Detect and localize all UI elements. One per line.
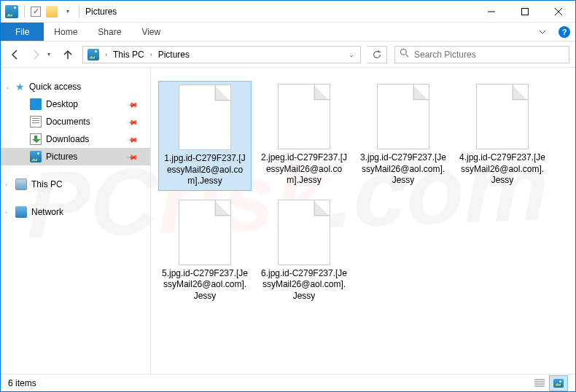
svg-line-6: [406, 54, 409, 57]
item-count: 6 items: [8, 378, 36, 388]
qat-customize[interactable]: ▾: [60, 4, 76, 20]
pictures-icon: [30, 151, 42, 162]
view-details-button[interactable]: [530, 375, 549, 391]
file-name: 1.jpg.id-C279F237.[JessyMail26@aol.com].…: [162, 153, 248, 187]
file-item[interactable]: 2.jpeg.id-C279F237.[JessyMail26@aol.com]…: [257, 81, 351, 191]
breadcrumb-dropdown[interactable]: ⌄: [344, 51, 359, 58]
ribbon-expand[interactable]: [532, 23, 553, 41]
file-name: 2.jpeg.id-C279F237.[JessyMail26@aol.com]…: [260, 152, 348, 187]
chevron-right-icon[interactable]: ›: [5, 209, 7, 216]
qat-new-folder[interactable]: [44, 4, 60, 20]
pc-icon: [15, 179, 27, 190]
ribbon: File Home Share View ?: [1, 23, 575, 42]
file-pane[interactable]: 1.jpg.id-C279F237.[JessyMail26@aol.com].…: [151, 68, 575, 374]
tab-home[interactable]: Home: [44, 23, 87, 41]
sidebar-item-label: Pictures: [46, 152, 77, 162]
file-item[interactable]: 4.jpg.id-C279F237.[JessyMail26@aol.com].…: [456, 81, 549, 191]
sidebar-item-label: Documents: [46, 117, 90, 127]
location-icon: [87, 49, 99, 60]
breadcrumb[interactable]: › This PC › Pictures ⌄: [82, 46, 361, 63]
file-name: 3.jpg.id-C279F237.[JessyMail26@aol.com].…: [359, 152, 447, 187]
pin-icon: 📌: [127, 151, 139, 162]
back-button[interactable]: [7, 46, 24, 63]
navbar: ▾ › This PC › Pictures ⌄: [1, 42, 575, 68]
breadcrumb-thispc[interactable]: This PC: [110, 50, 147, 60]
sidebar-item-label: Downloads: [46, 134, 89, 144]
statusbar: 6 items: [1, 374, 575, 391]
pin-icon: 📌: [127, 133, 139, 145]
star-icon: ★: [15, 82, 25, 92]
chevron-down-icon[interactable]: ⌄: [5, 84, 10, 90]
sidebar-item-label: Desktop: [46, 99, 78, 109]
chevron-right-icon[interactable]: ›: [5, 181, 7, 188]
pin-icon: 📌: [127, 116, 139, 128]
documents-icon: [30, 116, 42, 128]
forward-button[interactable]: [27, 46, 44, 63]
sidebar-label: Network: [31, 207, 63, 217]
file-tab[interactable]: File: [1, 23, 44, 41]
network-icon: [15, 206, 27, 218]
file-icon: [476, 84, 529, 149]
svg-rect-1: [522, 8, 529, 15]
search-icon: [400, 48, 410, 61]
file-name: 5.jpg.id-C279F237.[JessyMail26@aol.com].…: [161, 268, 249, 302]
help-icon: ?: [559, 26, 570, 38]
desktop-icon: [30, 98, 42, 110]
file-item[interactable]: 5.jpg.id-C279F237.[JessyMail26@aol.com].…: [158, 197, 252, 305]
view-large-icons-button[interactable]: [549, 375, 568, 391]
file-item[interactable]: 1.jpg.id-C279F237.[JessyMail26@aol.com].…: [158, 81, 252, 191]
file-icon: [278, 200, 330, 265]
tab-share[interactable]: Share: [87, 23, 131, 41]
sidebar-item-downloads[interactable]: Downloads 📌: [1, 130, 150, 148]
file-icon: [377, 84, 429, 149]
file-name: 4.jpg.id-C279F237.[JessyMail26@aol.com].…: [459, 152, 546, 187]
window-title: Pictures: [85, 7, 117, 17]
file-item[interactable]: 6.jpg.id-C279F237.[JessyMail26@aol.com].…: [257, 197, 351, 305]
maximize-button[interactable]: [508, 1, 542, 23]
sidebar-this-pc[interactable]: › This PC: [1, 176, 150, 193]
titlebar: ✓ ▾ Pictures: [1, 1, 575, 23]
sidebar-item-pictures[interactable]: Pictures 📌: [1, 148, 150, 165]
chevron-right-icon[interactable]: ›: [102, 51, 110, 58]
qat-properties[interactable]: ✓: [28, 4, 44, 20]
file-name: 6.jpg.id-C279F237.[JessyMail26@aol.com].…: [260, 268, 348, 302]
recent-locations[interactable]: ▾: [47, 51, 56, 58]
sidebar-item-documents[interactable]: Documents 📌: [1, 113, 150, 130]
pin-icon: 📌: [127, 98, 139, 110]
minimize-button[interactable]: [475, 1, 508, 23]
separator: [24, 5, 25, 18]
downloads-icon: [30, 133, 42, 145]
refresh-button[interactable]: [367, 46, 387, 63]
sidebar: ⌄ ★ Quick access Desktop 📌 Documents 📌 D…: [1, 68, 151, 374]
sidebar-item-desktop[interactable]: Desktop 📌: [1, 95, 150, 113]
sidebar-network[interactable]: › Network: [1, 203, 150, 221]
file-icon: [278, 84, 330, 149]
separator: [79, 5, 79, 18]
help-button[interactable]: ?: [553, 23, 575, 41]
search-input[interactable]: [414, 50, 564, 60]
app-icon: [5, 5, 18, 18]
file-item[interactable]: 3.jpg.id-C279F237.[JessyMail26@aol.com].…: [357, 81, 450, 191]
svg-point-5: [400, 49, 406, 55]
breadcrumb-pictures[interactable]: Pictures: [155, 50, 192, 60]
sidebar-quick-access[interactable]: ⌄ ★ Quick access: [1, 78, 150, 95]
close-button[interactable]: [542, 1, 575, 23]
sidebar-label: Quick access: [29, 82, 81, 92]
up-button[interactable]: [59, 46, 77, 63]
chevron-right-icon[interactable]: ›: [147, 51, 155, 58]
file-icon: [179, 200, 231, 265]
thumbnails-icon: [553, 379, 564, 388]
sidebar-label: This PC: [31, 179, 63, 189]
file-icon: [179, 85, 231, 150]
search-box[interactable]: [394, 46, 569, 63]
tab-view[interactable]: View: [131, 23, 171, 41]
